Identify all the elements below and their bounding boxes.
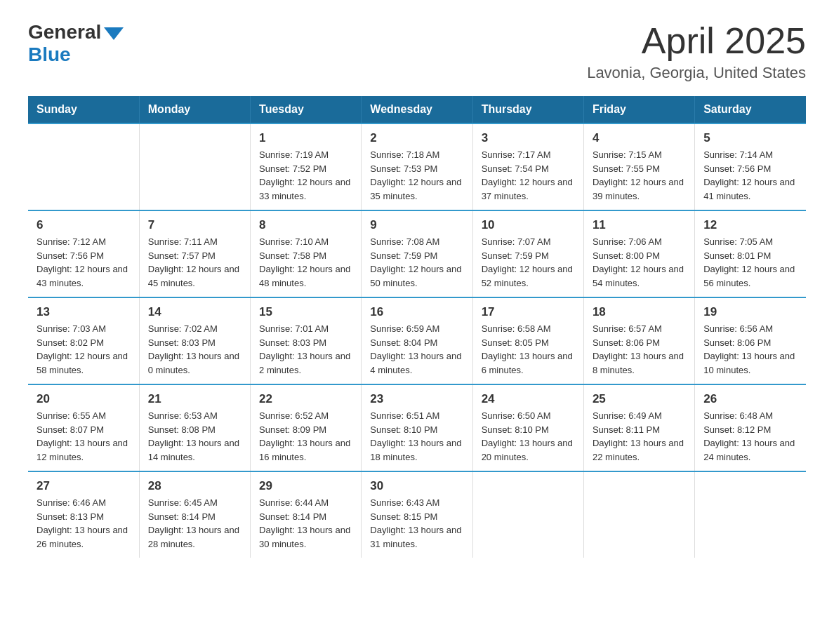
calendar-cell: 8Sunrise: 7:10 AM Sunset: 7:58 PM Daylig…: [251, 210, 362, 297]
calendar-cell: 12Sunrise: 7:05 AM Sunset: 8:01 PM Dayli…: [695, 210, 806, 297]
calendar-cell: 1Sunrise: 7:19 AM Sunset: 7:52 PM Daylig…: [251, 123, 362, 210]
day-info: Sunrise: 6:44 AM Sunset: 8:14 PM Dayligh…: [259, 496, 352, 551]
day-info: Sunrise: 6:49 AM Sunset: 8:11 PM Dayligh…: [593, 409, 686, 464]
calendar-cell: 22Sunrise: 6:52 AM Sunset: 8:09 PM Dayli…: [251, 384, 362, 471]
day-info: Sunrise: 7:02 AM Sunset: 8:03 PM Dayligh…: [148, 322, 241, 377]
calendar-cell: 14Sunrise: 7:02 AM Sunset: 8:03 PM Dayli…: [139, 297, 250, 384]
day-number: 27: [37, 479, 131, 493]
day-number: 10: [482, 218, 575, 232]
calendar-body: 1Sunrise: 7:19 AM Sunset: 7:52 PM Daylig…: [28, 123, 806, 558]
day-info: Sunrise: 6:58 AM Sunset: 8:05 PM Dayligh…: [482, 322, 575, 377]
calendar-cell: 15Sunrise: 7:01 AM Sunset: 8:03 PM Dayli…: [251, 297, 362, 384]
calendar-cell: 18Sunrise: 6:57 AM Sunset: 8:06 PM Dayli…: [583, 297, 694, 384]
column-header-thursday: Thursday: [472, 96, 583, 123]
day-info: Sunrise: 7:05 AM Sunset: 8:01 PM Dayligh…: [703, 235, 797, 290]
day-number: 7: [148, 218, 241, 232]
calendar-cell: 26Sunrise: 6:48 AM Sunset: 8:12 PM Dayli…: [695, 384, 806, 471]
day-number: 19: [703, 305, 797, 319]
day-info: Sunrise: 6:45 AM Sunset: 8:14 PM Dayligh…: [148, 496, 241, 551]
day-number: 26: [703, 392, 797, 406]
day-number: 20: [37, 392, 131, 406]
column-header-sunday: Sunday: [28, 96, 139, 123]
logo: General Blue: [28, 21, 124, 66]
calendar-cell: 23Sunrise: 6:51 AM Sunset: 8:10 PM Dayli…: [362, 384, 472, 471]
day-number: 16: [370, 305, 463, 319]
calendar-cell: 9Sunrise: 7:08 AM Sunset: 7:59 PM Daylig…: [362, 210, 472, 297]
day-number: 1: [259, 131, 352, 145]
day-number: 12: [703, 218, 797, 232]
calendar-week-2: 6Sunrise: 7:12 AM Sunset: 7:56 PM Daylig…: [28, 210, 806, 297]
day-info: Sunrise: 6:51 AM Sunset: 8:10 PM Dayligh…: [370, 409, 463, 464]
calendar-cell: 4Sunrise: 7:15 AM Sunset: 7:55 PM Daylig…: [583, 123, 694, 210]
calendar-cell: 5Sunrise: 7:14 AM Sunset: 7:56 PM Daylig…: [695, 123, 806, 210]
calendar-subtitle: Lavonia, Georgia, United States: [587, 64, 806, 82]
day-info: Sunrise: 6:50 AM Sunset: 8:10 PM Dayligh…: [482, 409, 575, 464]
calendar-cell: 21Sunrise: 6:53 AM Sunset: 8:08 PM Dayli…: [139, 384, 250, 471]
calendar-cell: 16Sunrise: 6:59 AM Sunset: 8:04 PM Dayli…: [362, 297, 472, 384]
day-info: Sunrise: 7:19 AM Sunset: 7:52 PM Dayligh…: [259, 148, 352, 203]
calendar-week-4: 20Sunrise: 6:55 AM Sunset: 8:07 PM Dayli…: [28, 384, 806, 471]
day-number: 14: [148, 305, 241, 319]
day-number: 11: [593, 218, 686, 232]
day-info: Sunrise: 6:57 AM Sunset: 8:06 PM Dayligh…: [593, 322, 686, 377]
day-number: 29: [259, 479, 352, 493]
column-header-monday: Monday: [139, 96, 250, 123]
calendar-cell: 27Sunrise: 6:46 AM Sunset: 8:13 PM Dayli…: [28, 471, 139, 558]
logo-triangle-icon: [104, 27, 124, 40]
day-number: 3: [482, 131, 575, 145]
day-info: Sunrise: 7:11 AM Sunset: 7:57 PM Dayligh…: [148, 235, 241, 290]
calendar-table: SundayMondayTuesdayWednesdayThursdayFrid…: [28, 96, 806, 558]
calendar-header: SundayMondayTuesdayWednesdayThursdayFrid…: [28, 96, 806, 123]
day-info: Sunrise: 7:17 AM Sunset: 7:54 PM Dayligh…: [482, 148, 575, 203]
calendar-title: April 2025: [587, 21, 806, 61]
column-header-friday: Friday: [583, 96, 694, 123]
day-info: Sunrise: 7:08 AM Sunset: 7:59 PM Dayligh…: [370, 235, 463, 290]
day-number: 25: [593, 392, 686, 406]
calendar-cell: 2Sunrise: 7:18 AM Sunset: 7:53 PM Daylig…: [362, 123, 472, 210]
day-number: 23: [370, 392, 463, 406]
calendar-cell: 19Sunrise: 6:56 AM Sunset: 8:06 PM Dayli…: [695, 297, 806, 384]
calendar-cell: 10Sunrise: 7:07 AM Sunset: 7:59 PM Dayli…: [472, 210, 583, 297]
calendar-cell: 30Sunrise: 6:43 AM Sunset: 8:15 PM Dayli…: [362, 471, 472, 558]
calendar-cell: 29Sunrise: 6:44 AM Sunset: 8:14 PM Dayli…: [251, 471, 362, 558]
column-header-wednesday: Wednesday: [362, 96, 472, 123]
calendar-week-1: 1Sunrise: 7:19 AM Sunset: 7:52 PM Daylig…: [28, 123, 806, 210]
title-block: April 2025 Lavonia, Georgia, United Stat…: [587, 21, 806, 82]
logo-general: General: [28, 21, 101, 43]
day-number: 2: [370, 131, 463, 145]
day-number: 4: [593, 131, 686, 145]
calendar-week-5: 27Sunrise: 6:46 AM Sunset: 8:13 PM Dayli…: [28, 471, 806, 558]
column-header-saturday: Saturday: [695, 96, 806, 123]
column-header-tuesday: Tuesday: [251, 96, 362, 123]
day-info: Sunrise: 7:18 AM Sunset: 7:53 PM Dayligh…: [370, 148, 463, 203]
day-number: 9: [370, 218, 463, 232]
day-number: 24: [482, 392, 575, 406]
calendar-cell: 25Sunrise: 6:49 AM Sunset: 8:11 PM Dayli…: [583, 384, 694, 471]
calendar-week-3: 13Sunrise: 7:03 AM Sunset: 8:02 PM Dayli…: [28, 297, 806, 384]
day-info: Sunrise: 6:59 AM Sunset: 8:04 PM Dayligh…: [370, 322, 463, 377]
calendar-cell: [139, 123, 250, 210]
day-number: 6: [37, 218, 131, 232]
calendar-cell: 7Sunrise: 7:11 AM Sunset: 7:57 PM Daylig…: [139, 210, 250, 297]
day-info: Sunrise: 6:52 AM Sunset: 8:09 PM Dayligh…: [259, 409, 352, 464]
day-info: Sunrise: 6:55 AM Sunset: 8:07 PM Dayligh…: [37, 409, 131, 464]
calendar-cell: 13Sunrise: 7:03 AM Sunset: 8:02 PM Dayli…: [28, 297, 139, 384]
day-info: Sunrise: 7:01 AM Sunset: 8:03 PM Dayligh…: [259, 322, 352, 377]
day-info: Sunrise: 6:46 AM Sunset: 8:13 PM Dayligh…: [37, 496, 131, 551]
calendar-cell: 17Sunrise: 6:58 AM Sunset: 8:05 PM Dayli…: [472, 297, 583, 384]
calendar-cell: [695, 471, 806, 558]
day-number: 22: [259, 392, 352, 406]
day-info: Sunrise: 6:53 AM Sunset: 8:08 PM Dayligh…: [148, 409, 241, 464]
day-info: Sunrise: 7:07 AM Sunset: 7:59 PM Dayligh…: [482, 235, 575, 290]
day-info: Sunrise: 6:56 AM Sunset: 8:06 PM Dayligh…: [703, 322, 797, 377]
day-info: Sunrise: 7:03 AM Sunset: 8:02 PM Dayligh…: [37, 322, 131, 377]
calendar-cell: 6Sunrise: 7:12 AM Sunset: 7:56 PM Daylig…: [28, 210, 139, 297]
day-number: 13: [37, 305, 131, 319]
day-number: 18: [593, 305, 686, 319]
day-number: 8: [259, 218, 352, 232]
day-number: 17: [482, 305, 575, 319]
calendar-cell: 3Sunrise: 7:17 AM Sunset: 7:54 PM Daylig…: [472, 123, 583, 210]
day-number: 21: [148, 392, 241, 406]
calendar-cell: [472, 471, 583, 558]
day-info: Sunrise: 7:15 AM Sunset: 7:55 PM Dayligh…: [593, 148, 686, 203]
